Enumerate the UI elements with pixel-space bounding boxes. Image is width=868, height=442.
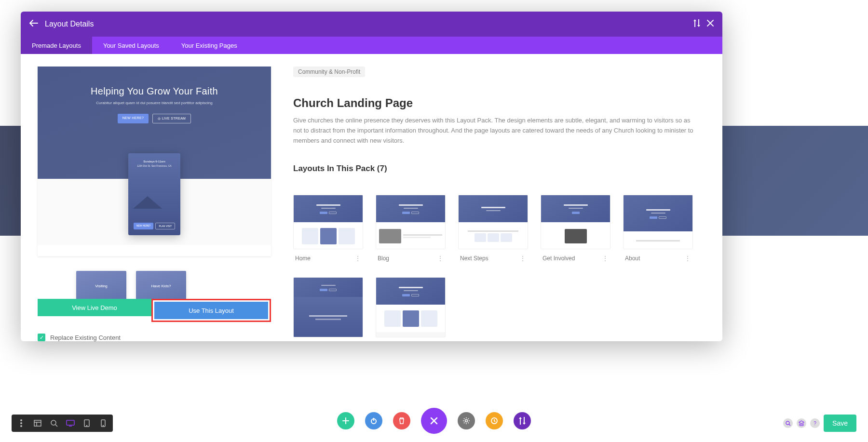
more-icon[interactable]: ⋮: [602, 257, 609, 260]
svg-point-11: [86, 425, 87, 426]
tab-premade-layouts[interactable]: Premade Layouts: [21, 37, 92, 54]
preview-columns: Current SeriesIpsum ex wisi eu pretium e…: [38, 245, 271, 256]
pack-item[interactable]: [293, 277, 363, 337]
zoom-icon[interactable]: [46, 416, 62, 430]
svg-point-6: [51, 420, 56, 425]
pack-item-label: Home: [295, 255, 311, 262]
power-button[interactable]: [365, 412, 382, 429]
sort-icon[interactable]: [693, 19, 700, 29]
tab-existing-pages[interactable]: Your Existing Pages: [170, 37, 248, 54]
pack-item-label: Get Involved: [542, 255, 575, 262]
preview-card: Sundays 9-11am 1234 Divi St. San Francis…: [128, 153, 180, 235]
right-toolbar: ? Save: [783, 415, 856, 432]
desktop-icon[interactable]: [63, 416, 78, 430]
close-icon[interactable]: [707, 20, 714, 28]
preview-lower-tiles: Visiting Have Kids?: [38, 256, 271, 299]
preview-hero-title: Helping You Grow Your Faith: [38, 86, 271, 97]
category-tag[interactable]: Community & Non-Profit: [293, 67, 365, 77]
preview-card-btn1: NEW HERE?: [134, 223, 154, 229]
pack-heading: Layouts In This Pack (7): [293, 164, 698, 174]
portability-button[interactable]: [514, 412, 531, 429]
svg-rect-8: [67, 420, 74, 425]
pack-item-next-steps[interactable]: Next Steps⋮: [458, 195, 528, 265]
svg-rect-3: [34, 420, 41, 426]
preview-card-top: Sundays 9-11am: [128, 160, 180, 163]
svg-point-0: [20, 419, 22, 421]
preview-card-sub: 1234 Divi St. San Francisco, CA: [128, 164, 180, 167]
pack-item-home[interactable]: Home⋮: [293, 195, 363, 265]
mountain-icon: [128, 195, 180, 209]
modal-header: Layout Details: [21, 12, 722, 37]
more-icon[interactable]: ⋮: [519, 257, 526, 260]
back-icon[interactable]: [29, 20, 38, 28]
svg-point-2: [20, 425, 22, 427]
preview-tile: Visiting: [76, 271, 126, 299]
tablet-icon[interactable]: [79, 416, 95, 430]
preview-tile: Have Kids?: [136, 271, 186, 299]
replace-existing-label: Replace Existing Content: [50, 334, 121, 341]
preview-btn-new: NEW HERE?: [118, 114, 149, 123]
layout-description: Give churches the online presence they d…: [293, 116, 698, 146]
builder-toolbar: [337, 408, 531, 434]
view-live-demo-button[interactable]: View Live Demo: [38, 299, 151, 316]
pack-item-label: Next Steps: [460, 255, 488, 262]
delete-button[interactable]: [393, 412, 410, 429]
svg-line-19: [789, 424, 790, 426]
svg-point-1: [20, 422, 22, 424]
preview-actions: View Live Demo Use This Layout: [38, 299, 271, 322]
save-button[interactable]: Save: [824, 415, 856, 432]
tab-saved-layouts[interactable]: Your Saved Layouts: [92, 37, 170, 54]
preview-btn-live: ◎ LIVE STREAM: [152, 114, 191, 123]
pack-item[interactable]: [376, 277, 446, 337]
use-this-layout-highlight: Use This Layout: [151, 299, 271, 322]
pack-item-label: About: [625, 255, 640, 262]
pack-item-get-involved[interactable]: Get Involved⋮: [541, 195, 610, 265]
preview-hero-subtitle: Curabitur aliquet quam id dui posuere bl…: [38, 101, 271, 105]
add-button[interactable]: [337, 412, 354, 429]
replace-existing-checkbox[interactable]: ✓: [38, 334, 45, 341]
preview-card-btn2: PLAN VISIT: [155, 223, 175, 229]
layout-details-modal: Layout Details Premade Layouts Your Save…: [21, 12, 722, 341]
svg-point-18: [786, 421, 789, 425]
modal-tabs: Premade Layouts Your Saved Layouts Your …: [21, 37, 722, 54]
svg-point-16: [465, 420, 468, 422]
viewport-toolbar: [12, 415, 113, 432]
settings-button[interactable]: [458, 412, 475, 429]
phone-icon[interactable]: [95, 416, 111, 430]
layout-preview-column: Helping You Grow Your Faith Curabitur al…: [21, 54, 274, 341]
help-icon[interactable]: ?: [810, 418, 820, 428]
layers-icon[interactable]: [797, 418, 806, 428]
close-builder-button[interactable]: [421, 408, 447, 434]
layout-details-column: Community & Non-Profit Church Landing Pa…: [274, 54, 722, 341]
more-icon[interactable]: ⋮: [354, 257, 361, 260]
svg-point-13: [103, 425, 103, 426]
more-icon[interactable]: [14, 416, 29, 430]
layout-preview: Helping You Grow Your Faith Curabitur al…: [38, 67, 271, 256]
use-this-layout-button[interactable]: Use This Layout: [154, 302, 268, 319]
history-button[interactable]: [486, 412, 503, 429]
pack-item-blog[interactable]: Blog⋮: [376, 195, 446, 265]
more-icon[interactable]: ⋮: [684, 257, 691, 260]
pack-grid: Home⋮ Blog⋮ Next Steps⋮ Get Involved⋮: [293, 195, 698, 337]
modal-title: Layout Details: [45, 20, 687, 28]
wireframe-icon[interactable]: [30, 416, 45, 430]
pack-item-about[interactable]: About⋮: [623, 195, 693, 265]
svg-line-7: [55, 425, 57, 427]
replace-existing-row: ✓ Replace Existing Content: [38, 334, 274, 341]
search-icon[interactable]: [783, 418, 793, 428]
more-icon[interactable]: ⋮: [437, 257, 444, 260]
layout-title: Church Landing Page: [293, 96, 698, 110]
pack-item-label: Blog: [378, 255, 389, 262]
